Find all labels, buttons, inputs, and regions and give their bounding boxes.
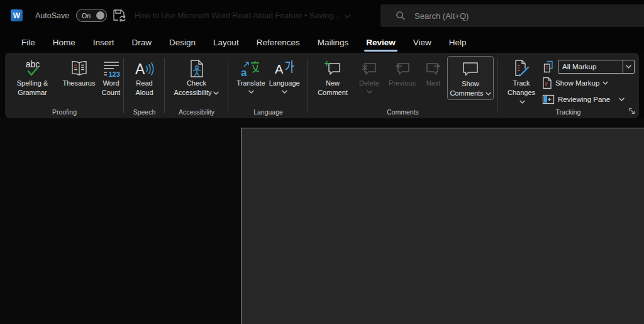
ribbon-group-speech: A Read Aloud Speech (124, 53, 165, 118)
show-comments-button[interactable]: Show Comments (447, 56, 494, 100)
tab-review[interactable]: Review (357, 31, 404, 53)
tab-view[interactable]: View (404, 31, 440, 53)
new-comment-button[interactable]: New Comment (312, 56, 353, 99)
read-aloud-icon: A (134, 58, 155, 79)
title-bar: W AutoSave On How to Use Microsoft Word … (0, 0, 644, 31)
group-label-tracking: Tracking (497, 108, 639, 116)
display-for-review-dropdown[interactable]: All Markup (558, 60, 635, 74)
svg-text:A: A (275, 62, 284, 76)
display-for-review-icon (542, 60, 555, 73)
document-title[interactable]: How to Use Microsoft Word Read Aloud Fea… (135, 11, 340, 20)
ribbon-group-language: a Translate A (228, 53, 308, 118)
check-accessibility-button[interactable]: Check Accessibility (172, 56, 221, 99)
check-accessibility-icon (188, 58, 206, 79)
group-label-speech: Speech (124, 108, 165, 116)
display-for-review-row: All Markup (542, 60, 635, 74)
reviewing-pane-icon (542, 94, 555, 105)
document-page[interactable] (241, 128, 644, 324)
word-count-button[interactable]: 123 Word Count (99, 56, 124, 99)
language-icon: A (274, 58, 294, 79)
ribbon-group-tracking: Track Changes All Markup (497, 53, 639, 118)
svg-text:A: A (135, 61, 145, 77)
translate-button[interactable]: a Translate (235, 56, 267, 96)
ribbon-group-proofing: abc Spelling & Grammar (5, 53, 124, 118)
chevron-down-icon (602, 81, 608, 85)
chevron-down-icon (248, 90, 254, 94)
tracking-dialog-launcher-icon[interactable] (628, 107, 636, 115)
tab-home[interactable]: Home (44, 31, 84, 53)
show-markup-icon (542, 77, 552, 89)
svg-text:a: a (241, 67, 247, 78)
chevron-down-icon (367, 90, 372, 94)
delete-comment-icon (361, 58, 377, 79)
translate-icon: a (240, 58, 262, 79)
chevron-down-icon[interactable] (623, 60, 634, 73)
display-for-review-value: All Markup (558, 63, 623, 70)
track-changes-button[interactable]: Track Changes (502, 56, 541, 108)
track-changes-icon (512, 58, 531, 79)
search-icon (396, 11, 406, 21)
autosave-toggle-state: On (82, 12, 91, 20)
next-comment-icon (425, 58, 441, 79)
tab-help[interactable]: Help (440, 31, 475, 53)
next-comment-button[interactable]: Next (419, 56, 447, 90)
tab-file[interactable]: File (13, 31, 44, 53)
chevron-down-icon (619, 98, 625, 101)
search-placeholder: Search (Alt+Q) (414, 11, 469, 21)
ribbon-group-comments: New Comment Delete (308, 53, 497, 118)
ribbon-tab-bar: File Home Insert Draw Design Layout Refe… (0, 31, 644, 53)
chevron-down-icon (213, 91, 219, 95)
show-markup-button[interactable]: Show Markup (542, 76, 635, 90)
new-comment-icon (324, 58, 341, 79)
tab-layout[interactable]: Layout (204, 31, 248, 53)
tab-draw[interactable]: Draw (123, 31, 161, 53)
search-input[interactable]: Search (Alt+Q) (380, 4, 644, 27)
previous-comment-button[interactable]: Previous (385, 56, 419, 90)
chevron-down-icon (282, 90, 287, 94)
thesaurus-icon (70, 58, 89, 79)
group-label-comments: Comments (308, 108, 497, 116)
spelling-grammar-icon: abc (20, 58, 45, 79)
group-label-language: Language (228, 108, 308, 116)
title-dropdown-chevron-icon[interactable] (345, 14, 350, 18)
tab-mailings[interactable]: Mailings (309, 31, 358, 53)
ribbon-group-accessibility: Check Accessibility Accessibility (165, 53, 228, 118)
show-comments-icon (461, 59, 480, 79)
word-count-icon: 123 (102, 58, 121, 79)
tab-design[interactable]: Design (160, 31, 204, 53)
autosave-toggle-knob (96, 11, 104, 20)
tab-references[interactable]: References (248, 31, 309, 53)
ribbon: abc Spelling & Grammar (5, 53, 639, 118)
group-label-accessibility: Accessibility (165, 108, 228, 116)
document-canvas (0, 118, 644, 324)
group-label-proofing: Proofing (5, 108, 124, 116)
language-button[interactable]: A Language (267, 56, 302, 96)
save-icon[interactable] (113, 9, 126, 22)
chevron-down-icon (519, 100, 525, 104)
svg-text:123: 123 (108, 70, 119, 77)
read-aloud-button[interactable]: A Read Aloud (132, 56, 157, 99)
thesaurus-button[interactable]: Thesaurus (60, 56, 99, 90)
delete-comment-button[interactable]: Delete (353, 56, 385, 96)
previous-comment-icon (394, 58, 411, 79)
autosave-label: AutoSave (35, 11, 69, 20)
reviewing-pane-button[interactable]: Reviewing Pane (542, 92, 635, 106)
tab-insert[interactable]: Insert (84, 31, 123, 53)
word-app-icon[interactable]: W (11, 9, 23, 21)
autosave-toggle[interactable]: On (76, 9, 107, 22)
spelling-grammar-button[interactable]: abc Spelling & Grammar (6, 56, 60, 99)
chevron-down-icon (486, 92, 491, 96)
